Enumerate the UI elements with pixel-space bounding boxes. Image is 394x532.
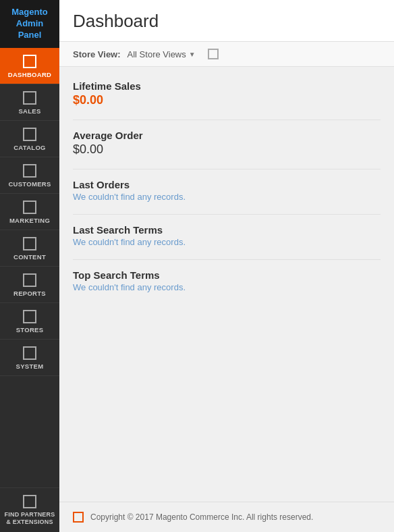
store-view-select[interactable]: All Store Views ▼ xyxy=(128,49,196,59)
reports-icon xyxy=(23,273,36,287)
stores-icon xyxy=(23,310,36,323)
page-header: Dashboard xyxy=(59,0,394,42)
sales-icon xyxy=(23,91,36,105)
sidebar-label-marketing: MARKETING xyxy=(9,217,50,224)
marketing-icon xyxy=(23,201,36,214)
store-view-checkbox[interactable] xyxy=(208,49,219,59)
sidebar-item-sales[interactable]: SALES xyxy=(0,84,59,121)
sidebar-label-partners: FIND PARTNERS & EXTENSIONS xyxy=(5,511,55,527)
top-search-terms-block: Top Search Terms We couldn't find any re… xyxy=(73,269,381,292)
magento-footer-icon xyxy=(73,512,84,523)
last-search-terms-block: Last Search Terms We couldn't find any r… xyxy=(73,224,381,247)
sidebar-item-customers[interactable]: CUSTOMERS xyxy=(0,157,59,194)
sidebar-item-content[interactable]: CONTENT xyxy=(0,230,59,267)
last-search-terms-sub: We couldn't find any records. xyxy=(73,237,381,247)
sidebar-item-system[interactable]: SYSTEM xyxy=(0,340,59,376)
store-view-value: All Store Views xyxy=(128,49,186,59)
footer: Copyright © 2017 Magento Commerce Inc. A… xyxy=(59,502,394,532)
content-icon xyxy=(23,237,36,250)
last-orders-title: Last Orders xyxy=(73,179,381,190)
lifetime-sales-value: $0.00 xyxy=(73,93,381,107)
lifetime-sales-block: Lifetime Sales $0.00 xyxy=(73,80,381,107)
system-icon xyxy=(23,346,36,360)
dashboard-icon xyxy=(23,55,36,68)
customers-icon xyxy=(23,164,36,178)
logo-line1: Magento xyxy=(5,7,54,18)
sidebar-item-stores[interactable]: STORES xyxy=(0,303,59,340)
sidebar-label-content: CONTENT xyxy=(13,253,46,261)
average-order-block: Average Order $0.00 xyxy=(73,130,381,157)
sidebar-item-dashboard[interactable]: DASHBOARD xyxy=(0,48,59,84)
catalog-icon xyxy=(23,128,36,141)
last-orders-block: Last Orders We couldn't find any records… xyxy=(73,179,381,202)
last-orders-sub: We couldn't find any records. xyxy=(73,192,381,202)
divider-4 xyxy=(73,259,381,260)
top-search-terms-title: Top Search Terms xyxy=(73,269,381,281)
logo-line2: Admin Panel xyxy=(5,18,54,41)
sidebar-label-stores: STORES xyxy=(16,326,44,334)
sidebar-label-system: SYSTEM xyxy=(16,363,44,370)
sidebar-item-marketing[interactable]: MARKETING xyxy=(0,194,59,230)
divider-1 xyxy=(73,119,381,120)
sidebar-label-catalog: CATALOG xyxy=(13,144,46,151)
sidebar-label-dashboard: DASHBOARD xyxy=(8,71,51,78)
sidebar-item-partners[interactable]: FIND PARTNERS & EXTENSIONS xyxy=(0,487,59,532)
sidebar-item-catalog[interactable]: CATALOG xyxy=(0,121,59,157)
average-order-value: $0.00 xyxy=(73,142,381,157)
chevron-down-icon: ▼ xyxy=(189,51,196,58)
page-title: Dashboard xyxy=(73,11,381,32)
main-content: Dashboard Store View: All Store Views ▼ … xyxy=(59,0,394,532)
top-search-terms-sub: We couldn't find any records. xyxy=(73,282,381,292)
last-search-terms-title: Last Search Terms xyxy=(73,224,381,236)
footer-text: Copyright © 2017 Magento Commerce Inc. A… xyxy=(90,512,313,522)
sidebar-label-customers: CUSTOMERS xyxy=(8,180,51,188)
store-view-label: Store View: xyxy=(73,49,121,59)
store-view-bar: Store View: All Store Views ▼ xyxy=(59,42,394,67)
sidebar-label-sales: SALES xyxy=(18,107,40,115)
partners-icon xyxy=(23,495,36,508)
dashboard-body: Lifetime Sales $0.00 Average Order $0.00… xyxy=(59,67,394,502)
divider-3 xyxy=(73,214,381,215)
average-order-title: Average Order xyxy=(73,130,381,141)
divider-2 xyxy=(73,169,381,169)
sidebar-logo[interactable]: Magento Admin Panel xyxy=(0,0,59,48)
sidebar: Magento Admin Panel DASHBOARD SALES CATA… xyxy=(0,0,59,532)
sidebar-item-reports[interactable]: REPORTS xyxy=(0,267,59,303)
lifetime-sales-title: Lifetime Sales xyxy=(73,80,381,92)
sidebar-label-reports: REPORTS xyxy=(13,290,46,297)
